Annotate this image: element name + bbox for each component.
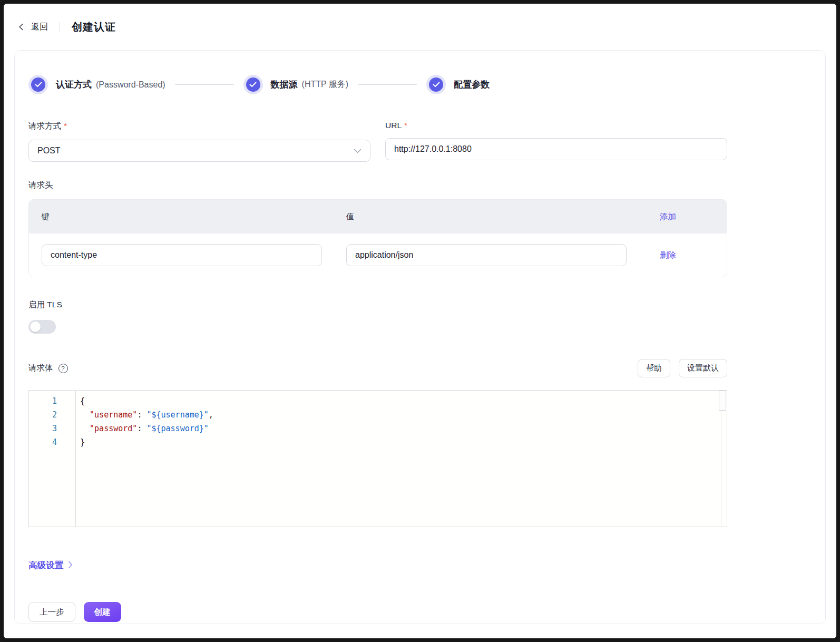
stepper-connector	[175, 84, 234, 85]
help-icon[interactable]	[58, 364, 68, 373]
step-label: 认证方式	[56, 79, 92, 91]
step-sublabel: (Password-Based)	[96, 80, 165, 90]
url-input[interactable]	[385, 138, 727, 160]
step-check-icon	[429, 77, 443, 92]
url-field: URL*	[385, 121, 727, 162]
editor-line-numbers: 1 2 3 4	[29, 391, 76, 527]
line-number: 2	[29, 408, 57, 422]
back-label: 返回	[31, 22, 48, 33]
stepper-connector	[358, 84, 417, 85]
url-label: URL*	[385, 121, 727, 130]
headers-section-label: 请求头	[28, 180, 727, 191]
code-line: {	[80, 394, 727, 408]
stepper-step-data-source[interactable]: 数据源 (HTTP 服务)	[243, 75, 349, 94]
stepper-step-config-params[interactable]: 配置参数	[426, 75, 490, 94]
editor-scrollbar[interactable]	[719, 391, 726, 411]
card-content: 认证方式 (Password-Based) 数据源 (HTTP 服务)	[28, 75, 727, 622]
topbar-divider	[60, 22, 60, 32]
code-line: "username": "${username}",	[80, 408, 727, 422]
footer-actions: 上一步 创建	[28, 602, 727, 622]
step-check-icon	[31, 77, 45, 92]
value-column-header: 值	[346, 212, 627, 222]
page: 返回 创建认证 认证方式 (Password-Based)	[4, 4, 836, 638]
request-body-label: 请求体	[28, 363, 53, 374]
stepper: 认证方式 (Password-Based) 数据源 (HTTP 服务)	[28, 75, 727, 94]
header-key-input[interactable]	[42, 244, 322, 266]
chevron-left-icon	[17, 22, 25, 32]
chevron-right-icon	[68, 561, 73, 571]
key-column-header: 键	[42, 212, 322, 222]
header-value-input[interactable]	[346, 244, 627, 266]
line-number: 1	[29, 394, 57, 408]
header-row: 删除	[29, 234, 727, 277]
step-label: 配置参数	[454, 79, 490, 91]
step-check-icon	[246, 77, 260, 92]
stepper-step-auth-method[interactable]: 认证方式 (Password-Based)	[28, 75, 165, 94]
editor-scrollbar-track	[721, 391, 721, 527]
delete-header-link[interactable]: 删除	[651, 250, 714, 261]
method-select-value: POST	[37, 146, 61, 155]
previous-step-button[interactable]: 上一步	[28, 602, 75, 622]
line-number: 3	[29, 422, 57, 435]
method-url-row: 请求方式* POST URL*	[28, 121, 727, 162]
headers-table: 键 值 添加 删除	[28, 199, 727, 277]
required-mark: *	[64, 121, 67, 130]
topbar: 返回 创建认证	[4, 4, 836, 50]
advanced-settings-label: 高级设置	[28, 560, 63, 571]
step-label: 数据源	[271, 79, 298, 91]
tls-toggle-knob	[30, 322, 41, 332]
request-body-label-group: 请求体	[28, 363, 68, 374]
add-header-link[interactable]: 添加	[651, 211, 714, 222]
required-mark: *	[404, 121, 407, 130]
create-auth-card: 认证方式 (Password-Based) 数据源 (HTTP 服务)	[14, 50, 826, 624]
back-button[interactable]: 返回	[17, 22, 48, 33]
editor-code: { "username": "${username}", "password":…	[76, 391, 727, 527]
screenshot-frame: 返回 创建认证 认证方式 (Password-Based)	[0, 0, 840, 642]
headers-table-head: 键 值 添加	[29, 200, 727, 234]
help-button[interactable]: 帮助	[638, 359, 670, 377]
method-select[interactable]: POST	[28, 140, 370, 162]
request-body-actions: 帮助 设置默认	[638, 359, 727, 377]
code-line: }	[80, 435, 727, 449]
create-button[interactable]: 创建	[84, 602, 121, 622]
tls-label: 启用 TLS	[28, 299, 727, 310]
line-number: 4	[29, 435, 57, 449]
set-default-button[interactable]: 设置默认	[679, 359, 727, 377]
code-line: "password": "${password}"	[80, 422, 727, 435]
chevron-down-icon	[354, 146, 362, 155]
request-body-editor[interactable]: 1 2 3 4 { "username": "${username}", "pa…	[28, 390, 727, 527]
request-body-header-row: 请求体 帮助 设置默认	[28, 359, 727, 377]
tls-toggle[interactable]	[28, 320, 56, 334]
method-label: 请求方式*	[28, 121, 370, 132]
step-sublabel: (HTTP 服务)	[302, 79, 349, 90]
page-title: 创建认证	[72, 20, 116, 34]
advanced-settings-link[interactable]: 高级设置	[28, 560, 73, 571]
method-field: 请求方式* POST	[28, 121, 370, 162]
